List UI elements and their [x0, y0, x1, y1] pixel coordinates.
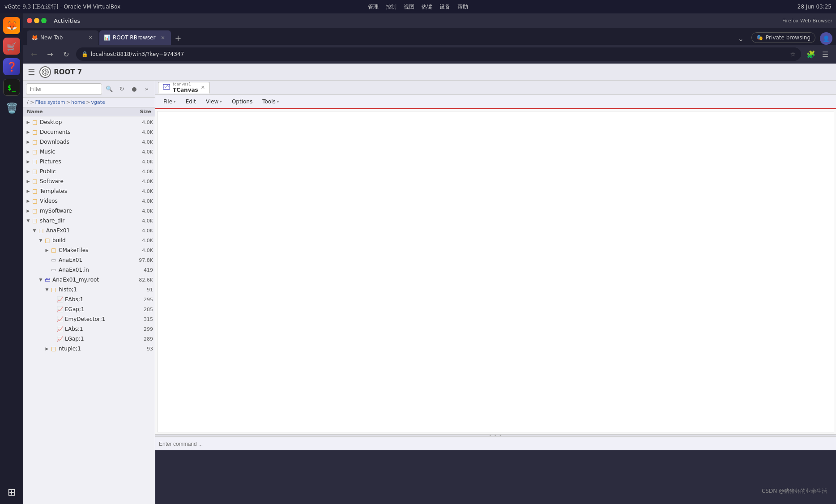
menu-edit[interactable]: Edit	[181, 97, 200, 107]
tree-row-histo1[interactable]: ▼ □ histo;1 91	[23, 285, 155, 295]
url-bar[interactable]: 🔒 localhost:8818/win3/?key=974347 ☆	[76, 47, 801, 61]
os-topbar: vGate-9.3 [正在运行] - Oracle VM VirtualBox …	[0, 0, 836, 13]
menu-view[interactable]: View ▾	[201, 97, 226, 107]
toggle-music[interactable]: ▶	[25, 149, 31, 155]
hamburger-menu-button[interactable]: ☰	[819, 48, 832, 60]
back-button[interactable]: ←	[28, 48, 40, 60]
os-menu-hotkey[interactable]: 热键	[422, 3, 432, 11]
toggle-templates[interactable]: ▶	[25, 188, 31, 194]
tree-size-histo1: 91	[128, 287, 153, 293]
tree-row-sharedir[interactable]: ▼ □ share_dir 4.0K	[23, 216, 155, 226]
tree-row-videos[interactable]: ▶ □ Videos 4.0K	[23, 196, 155, 206]
toggle-software[interactable]: ▶	[25, 178, 31, 184]
extensions-button[interactable]: 🧩	[805, 48, 817, 60]
root-hamburger-button[interactable]: ☰	[28, 67, 35, 77]
dock-apps-icon[interactable]: ⊞	[3, 483, 20, 500]
window-close-button[interactable]	[27, 18, 32, 23]
breadcrumb-files-system[interactable]: Files system	[35, 99, 65, 105]
canvas-area: tcanvas1 TCanvas ✕ File ▾ Edit	[155, 81, 836, 504]
browser-tab-rootbrowser[interactable]: 📊 ROOT RBrowser ✕	[99, 30, 171, 45]
tree-row-emydetector1[interactable]: ▶ 📈 EmyDetector;1 315	[23, 314, 155, 324]
filter-search-button[interactable]: 🔍	[104, 84, 115, 94]
dock-terminal-icon[interactable]: $_	[3, 79, 20, 96]
dock-firefox-icon[interactable]: 🦊	[3, 17, 20, 34]
breadcrumb-vgate[interactable]: vgate	[91, 99, 105, 105]
tab-list-button[interactable]: ⌄	[734, 32, 747, 45]
tree-row-eabs1[interactable]: ▶ 📈 EAbs;1 295	[23, 295, 155, 304]
toggle-desktop[interactable]: ▶	[25, 119, 31, 125]
new-tab-button[interactable]: +	[172, 31, 184, 44]
profile-icon[interactable]: 👤	[820, 32, 832, 45]
os-menu-manage[interactable]: 管理	[368, 3, 379, 11]
window-minimize-button[interactable]	[34, 18, 39, 23]
tree-row-templates[interactable]: ▶ □ Templates 4.0K	[23, 186, 155, 196]
toggle-sharedir[interactable]: ▼	[25, 218, 31, 224]
dock-appstore-icon[interactable]: 🛒	[3, 38, 20, 55]
window-maximize-button[interactable]	[41, 18, 47, 23]
tree-row-anaex01-in[interactable]: ▶ ▭ AnaEx01.in 419	[23, 265, 155, 275]
toggle-anaex01[interactable]: ▼	[31, 227, 38, 234]
tree-row-desktop[interactable]: ▶ □ Desktop 4.0K	[23, 117, 155, 127]
os-menu-help[interactable]: 帮助	[457, 3, 468, 11]
tree-row-documents[interactable]: ▶ □ Documents 4.0K	[23, 127, 155, 137]
svg-line-6	[167, 85, 169, 86]
filter-more-button[interactable]: »	[141, 84, 152, 94]
menu-options[interactable]: Options	[227, 97, 257, 107]
activities-label[interactable]: Activities	[54, 17, 80, 24]
toggle-pictures[interactable]: ▶	[25, 158, 31, 165]
tree-row-public[interactable]: ▶ □ Public 4.0K	[23, 167, 155, 176]
tree-name-mysoftware: mySoftware	[40, 208, 128, 214]
tree-row-anaex01-root[interactable]: ▼ 🗃 AnaEx01_my.root 82.6K	[23, 275, 155, 285]
menu-file[interactable]: File ▾	[159, 97, 180, 107]
tree-row-cmakefiles[interactable]: ▶ □ CMakeFiles 4.0K	[23, 245, 155, 255]
toggle-downloads[interactable]: ▶	[25, 139, 31, 145]
toggle-ntuple1[interactable]: ▶	[44, 346, 50, 352]
dock-trash-icon[interactable]: 🗑️	[3, 99, 20, 116]
command-input[interactable]	[159, 439, 832, 449]
os-menu-view[interactable]: 视图	[404, 3, 414, 11]
dock-help-icon[interactable]: ❓	[3, 58, 20, 75]
tree-row-software[interactable]: ▶ □ Software 4.0K	[23, 176, 155, 186]
os-menu-device[interactable]: 设备	[439, 3, 450, 11]
filter-input[interactable]	[26, 83, 102, 95]
toggle-cmakefiles[interactable]: ▶	[44, 247, 50, 253]
toggle-build[interactable]: ▼	[38, 237, 44, 243]
tree-row-lgap1[interactable]: ▶ 📈 LGap;1 289	[23, 334, 155, 344]
bookmark-icon[interactable]: ☆	[790, 51, 796, 58]
toggle-videos[interactable]: ▶	[25, 198, 31, 204]
tree-row-anaex01-exe[interactable]: ▶ ▭ AnaEx01 97.8K	[23, 255, 155, 265]
tab-close-rootbrowser[interactable]: ✕	[159, 34, 166, 41]
tree-header-size: Size	[127, 109, 151, 115]
reload-button[interactable]: ↻	[60, 48, 73, 60]
tree-row-egap1[interactable]: ▶ 📈 EGap;1 285	[23, 304, 155, 314]
tree-size-lgap1: 289	[128, 336, 153, 342]
canvas-tab-tcanvas[interactable]: tcanvas1 TCanvas ✕	[158, 82, 210, 94]
tree-row-music[interactable]: ▶ □ Music 4.0K	[23, 147, 155, 157]
tab-close-newtab[interactable]: ✕	[87, 34, 94, 41]
tree-row-pictures[interactable]: ▶ □ Pictures 4.0K	[23, 157, 155, 167]
toggle-histo1[interactable]: ▼	[44, 286, 50, 293]
breadcrumb-home[interactable]: home	[71, 99, 85, 105]
browser-tab-newtab[interactable]: 🦊 New Tab ✕	[27, 30, 98, 45]
os-menu-control[interactable]: 控制	[386, 3, 397, 11]
menu-tools[interactable]: Tools ▾	[258, 97, 283, 107]
tree-row-labs1[interactable]: ▶ 📈 LAbs;1 299	[23, 324, 155, 334]
tree-row-downloads[interactable]: ▶ □ Downloads 4.0K	[23, 137, 155, 147]
tree-row-build[interactable]: ▼ □ build 4.0K	[23, 235, 155, 245]
histogram-icon-lgap1: 📈	[56, 336, 64, 342]
toggle-anaex01-root[interactable]: ▼	[38, 277, 44, 283]
toggle-documents[interactable]: ▶	[25, 129, 31, 135]
tree-name-anaex01-root: AnaEx01_my.root	[52, 277, 128, 283]
os-menus: 管理 控制 视图 热键 设备 帮助	[368, 3, 468, 11]
tree-row-anaex01[interactable]: ▼ □ AnaEx01 4.0K	[23, 226, 155, 235]
filter-dot-button[interactable]: ●	[129, 84, 140, 94]
tree-row-mysoftware[interactable]: ▶ □ mySoftware 4.0K	[23, 206, 155, 216]
filter-refresh-button[interactable]: ↻	[116, 84, 127, 94]
forward-button[interactable]: →	[44, 48, 56, 60]
canvas-tab-close[interactable]: ✕	[201, 85, 205, 90]
toggle-mysoftware[interactable]: ▶	[25, 208, 31, 214]
toggle-public[interactable]: ▶	[25, 168, 31, 175]
tab-label-rootbrowser: ROOT RBrowser	[113, 34, 155, 41]
private-browsing-badge[interactable]: 🎭 Private browsing	[751, 32, 815, 43]
tree-row-ntuple1[interactable]: ▶ □ ntuple;1 93	[23, 344, 155, 354]
